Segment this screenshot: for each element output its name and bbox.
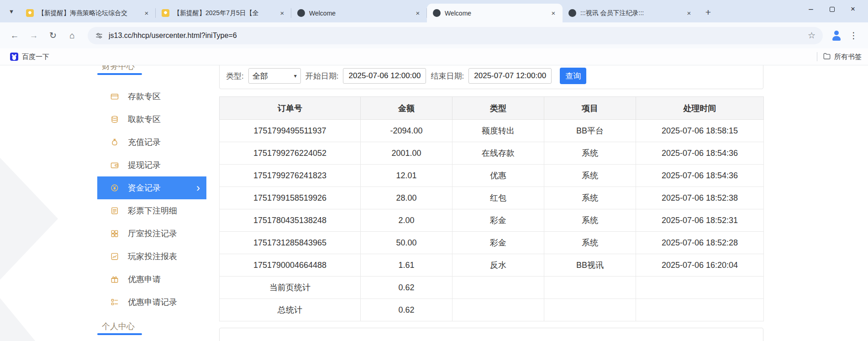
tab-search-button[interactable]: ▾ xyxy=(4,4,19,19)
bookmarks-bar: 百度一下 所有书签 xyxy=(0,48,868,65)
tab-strip: ▾ 【新提醒】海燕策略论坛综合交×【新提醒】2025年7月5日【全×Welcom… xyxy=(0,0,868,22)
table-cell: BB平台 xyxy=(544,120,636,142)
section-heading-personal-label: 个人中心 xyxy=(102,322,135,331)
table-row: 1751799495511937-2094.00额度转出BB平台2025-07-… xyxy=(220,120,764,142)
browser-toolbar: ← → ↻ ⌂ js13.cc/hhcp/usercenter.html?ini… xyxy=(0,22,868,48)
home-icon[interactable]: ⌂ xyxy=(64,27,80,44)
tab-title: Welcome xyxy=(309,10,409,17)
tab-close-icon[interactable]: × xyxy=(142,9,151,18)
sidebar-item[interactable]: 玩家投注报表 xyxy=(97,245,206,268)
table-cell: 0.62 xyxy=(361,277,452,299)
refresh-icon[interactable]: ↻ xyxy=(45,27,61,44)
sidebar-item-label: 彩票下注明细 xyxy=(128,205,177,216)
sidebar-item[interactable]: 彩票下注明细 xyxy=(97,199,206,222)
table-cell: 12.01 xyxy=(361,165,452,187)
table-cell xyxy=(636,299,764,321)
globe-favicon xyxy=(297,9,305,17)
section-heading-finance-label: 财务中心 xyxy=(102,65,135,71)
filter-bar: 类型: 全部 ▾ 开始日期: 结束日期: 查询 xyxy=(219,65,763,89)
chevron-right-icon: › xyxy=(196,182,200,193)
pagination-bar xyxy=(219,328,763,341)
tab-close-icon[interactable]: × xyxy=(278,9,287,18)
chat-favicon xyxy=(26,9,34,17)
end-date-label: 结束日期: xyxy=(431,71,464,81)
table-cell: 2025-07-06 18:52:38 xyxy=(636,187,764,209)
table-cell: BB视讯 xyxy=(544,254,636,277)
table-cell: 0.62 xyxy=(361,299,452,321)
funds-coin-icon xyxy=(110,183,119,192)
table-cell: 50.00 xyxy=(361,232,452,254)
site-settings-icon[interactable] xyxy=(95,32,103,40)
all-bookmarks-button[interactable]: 所有书签 xyxy=(823,52,862,62)
page: 财务中心 存款专区取款专区充值记录提现记录资金记录›彩票下注明细厅室投注记录玩家… xyxy=(0,65,868,341)
tab-close-icon[interactable]: × xyxy=(413,9,422,18)
start-date-input[interactable] xyxy=(343,68,426,84)
section-heading-finance: 财务中心 xyxy=(97,65,206,75)
type-select[interactable]: 全部 ▾ xyxy=(248,68,301,84)
sidebar-item-label: 资金记录 xyxy=(128,182,161,193)
watermark-triangle xyxy=(0,298,42,341)
table-cell xyxy=(452,277,544,299)
query-button[interactable]: 查询 xyxy=(560,68,586,84)
sidebar-menu: 存款专区取款专区充值记录提现记录资金记录›彩票下注明细厅室投注记录玩家投注报表优… xyxy=(97,85,206,314)
table-row: 17517992762240522001.00在线存款系统2025-07-06 … xyxy=(220,142,764,165)
table-cell xyxy=(452,299,544,321)
sidebar-item[interactable]: 提现记录 xyxy=(97,154,206,176)
bookmark-star-icon[interactable]: ☆ xyxy=(808,30,815,41)
bookmark-baidu[interactable]: 百度一下 xyxy=(6,51,53,63)
sidebar-item[interactable]: 存款专区 xyxy=(97,85,206,108)
end-date-input[interactable] xyxy=(468,68,552,84)
sidebar-item[interactable]: 取款专区 xyxy=(97,108,206,131)
promo-gift-icon xyxy=(110,275,119,284)
close-window-button[interactable]: × xyxy=(842,0,863,18)
table-cell xyxy=(544,299,636,321)
sidebar-item[interactable]: 优惠申请记录 xyxy=(97,291,206,314)
browser-tab[interactable]: Welcome× xyxy=(427,4,563,22)
table-cell: 1751799495511937 xyxy=(220,120,361,142)
sidebar-item-label: 提现记录 xyxy=(128,160,161,170)
sidebar-item-label: 充值记录 xyxy=(128,137,161,148)
forward-icon[interactable]: → xyxy=(26,27,42,44)
sidebar-item[interactable]: 厅室投注记录 xyxy=(97,222,206,245)
table-cell: 1.61 xyxy=(361,254,452,277)
type-select-value: 全部 xyxy=(253,71,268,81)
table-cell: 2025-07-06 18:52:28 xyxy=(636,232,764,254)
back-icon[interactable]: ← xyxy=(6,27,23,44)
menu-dots-icon[interactable]: ⋮ xyxy=(846,30,862,41)
table-cell: 优惠 xyxy=(452,165,544,187)
sidebar-item-label: 优惠申请记录 xyxy=(128,297,177,308)
profile-avatar-icon[interactable] xyxy=(830,29,843,42)
main-content: 类型: 全部 ▾ 开始日期: 结束日期: 查询 订单号金额类型项目处理时间 17… xyxy=(219,65,763,341)
table-cell: 反水 xyxy=(452,254,544,277)
table-cell: 1751799276241823 xyxy=(220,165,361,187)
table-cell: 2001.00 xyxy=(361,142,452,165)
column-header: 订单号 xyxy=(220,97,361,120)
browser-tab[interactable]: 【新提醒】海燕策略论坛综合交× xyxy=(20,4,156,22)
sidebar-item[interactable]: 资金记录› xyxy=(97,176,206,199)
section-underline xyxy=(97,73,142,75)
sidebar-item[interactable]: 优惠申请 xyxy=(97,268,206,291)
sidebar-item[interactable]: 充值记录 xyxy=(97,131,206,154)
url-bar[interactable]: js13.cc/hhcp/usercenter.html?iniType=6 ☆ xyxy=(88,27,823,44)
table-cell: 1751780435138248 xyxy=(220,209,361,232)
new-tab-button[interactable]: + xyxy=(701,5,715,20)
column-header: 类型 xyxy=(452,97,544,120)
table-row: 175173128584396550.00彩金系统2025-07-06 18:5… xyxy=(220,232,764,254)
table-cell: 彩金 xyxy=(452,209,544,232)
table-cell: 1751799158519926 xyxy=(220,187,361,209)
tab-close-icon[interactable]: × xyxy=(549,9,558,18)
table-cell: 当前页统计 xyxy=(220,277,361,299)
watermark-triangle xyxy=(0,158,58,280)
maximize-button[interactable] xyxy=(821,0,842,18)
browser-tab[interactable]: Welcome× xyxy=(291,4,427,22)
table-header-row: 订单号金额类型项目处理时间 xyxy=(220,97,764,120)
browser-tab[interactable]: :::视讯 会员下注纪录:::× xyxy=(563,4,698,22)
browser-tab[interactable]: 【新提醒】2025年7月5日【全× xyxy=(156,4,291,22)
lottery-list-icon xyxy=(110,206,119,215)
promo-record-list-icon xyxy=(110,298,119,307)
globe-favicon xyxy=(568,9,576,17)
tab-close-icon[interactable]: × xyxy=(684,9,694,18)
table-cell: 28.00 xyxy=(361,187,452,209)
minimize-button[interactable]: – xyxy=(800,0,821,18)
table-cell: 1751731285843965 xyxy=(220,232,361,254)
